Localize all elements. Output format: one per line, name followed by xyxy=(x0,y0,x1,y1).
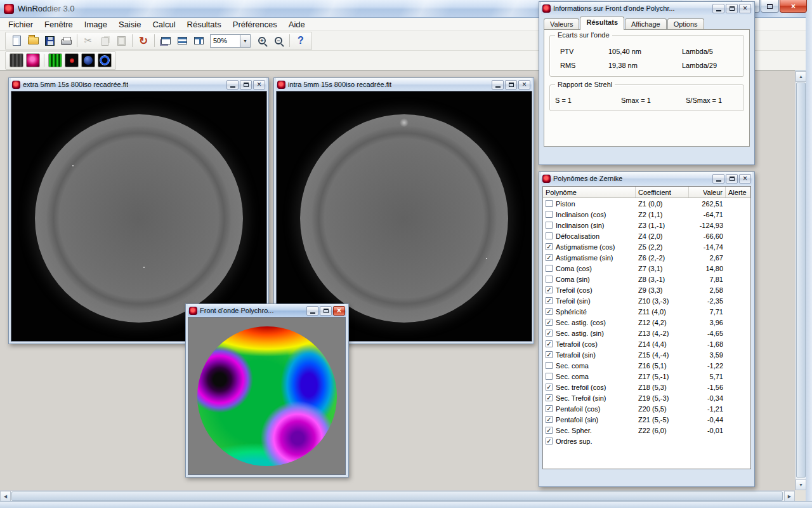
minimize-button[interactable] xyxy=(226,80,239,90)
menu-image[interactable]: Image xyxy=(79,18,113,30)
polynome-checkbox[interactable] xyxy=(546,384,553,391)
menu-aide[interactable]: Aide xyxy=(283,18,311,30)
close-button[interactable]: × xyxy=(739,4,751,13)
ring-view-button[interactable] xyxy=(97,53,112,68)
table-row[interactable]: Trefoil (sin) Z10 (3,-3) -2,35 xyxy=(543,295,750,306)
polynome-checkbox[interactable] xyxy=(546,308,553,315)
copy-button[interactable] xyxy=(97,34,112,48)
polynome-checkbox[interactable] xyxy=(546,340,553,347)
sphere-view-button[interactable] xyxy=(81,53,96,68)
cut-button[interactable]: ✂ xyxy=(81,34,96,48)
open-button[interactable] xyxy=(25,34,41,48)
minimize-button[interactable] xyxy=(492,80,504,90)
column-header-alerte[interactable]: Alerte xyxy=(726,187,750,197)
polynome-checkbox[interactable] xyxy=(546,405,553,412)
tile-vertical-button[interactable] xyxy=(191,34,206,48)
menu-saisie[interactable]: Saisie xyxy=(113,18,147,30)
table-row[interactable]: Sec. astig. (cos) Z12 (4,2) 3,96 xyxy=(543,317,750,328)
polynome-checkbox[interactable] xyxy=(546,351,553,358)
maximize-button[interactable] xyxy=(505,80,517,90)
table-row[interactable]: Pentafoil (cos) Z20 (5,5) -1,21 xyxy=(543,403,750,414)
close-button[interactable]: × xyxy=(780,0,807,13)
polynome-checkbox[interactable] xyxy=(546,232,553,239)
polynome-checkbox[interactable] xyxy=(546,222,553,229)
menu-calcul[interactable]: Calcul xyxy=(147,18,181,30)
extra-window-titlebar[interactable]: extra 5mm 15s 800iso recadrée.fit × xyxy=(11,78,266,91)
scroll-up-icon[interactable]: ▲ xyxy=(796,71,806,82)
maximize-button[interactable] xyxy=(240,80,252,90)
intra-window-titlebar[interactable]: intra 5mm 15s 800iso recadrée.fit × xyxy=(276,78,532,91)
table-row[interactable]: Trefoil (cos) Z9 (3,3) 2,58 xyxy=(543,284,750,295)
interferogram-button[interactable] xyxy=(48,53,63,68)
polynome-checkbox[interactable] xyxy=(546,243,553,250)
vertical-scrollbar[interactable]: ▲ ▼ xyxy=(795,71,806,490)
help-button[interactable]: ? xyxy=(293,34,308,48)
maximize-button[interactable] xyxy=(726,174,738,184)
polynome-checkbox[interactable] xyxy=(546,438,553,444)
tab-options[interactable]: Options xyxy=(667,18,704,30)
tab-valeurs[interactable]: Valeurs xyxy=(544,18,579,30)
cascade-windows-button[interactable] xyxy=(158,34,173,48)
polynome-checkbox[interactable] xyxy=(546,416,553,423)
table-row[interactable]: Piston Z1 (0,0) 262,51 xyxy=(543,198,750,209)
polynome-checkbox[interactable] xyxy=(546,394,553,401)
table-row[interactable]: Coma (cos) Z7 (3,1) 14,80 xyxy=(543,263,750,274)
tab-resultats[interactable]: Résultats xyxy=(580,17,624,30)
maximize-button[interactable] xyxy=(726,4,738,13)
minimize-button[interactable] xyxy=(306,306,318,316)
table-row[interactable]: Sec. trefoil (cos) Z18 (5,3) -1,56 xyxy=(543,382,750,392)
tile-horizontal-button[interactable] xyxy=(174,34,190,48)
refresh-button[interactable]: ↻ xyxy=(136,34,151,48)
close-button[interactable]: × xyxy=(739,174,751,184)
table-row[interactable]: Coma (sin) Z8 (3,-1) 7,81 xyxy=(543,274,750,284)
save-button[interactable] xyxy=(42,34,57,48)
tab-affichage[interactable]: Affichage xyxy=(625,18,667,30)
polynome-checkbox[interactable] xyxy=(546,200,553,207)
informations-window-titlebar[interactable]: Informations sur Front d'onde Polychr...… xyxy=(541,2,752,15)
table-row[interactable]: Pentafoil (sin) Z21 (5,-5) -0,44 xyxy=(543,414,750,425)
minimize-button[interactable] xyxy=(712,174,724,184)
horizontal-scroll-thumb[interactable] xyxy=(11,491,783,501)
polynome-checkbox[interactable] xyxy=(546,265,553,272)
polynome-checkbox[interactable] xyxy=(546,211,553,218)
table-row[interactable]: Tetrafoil (cos) Z14 (4,4) -1,68 xyxy=(543,338,750,349)
psf-button[interactable] xyxy=(64,53,79,68)
polynome-checkbox[interactable] xyxy=(546,330,553,337)
wavefront-window-titlebar[interactable]: Front d'onde Polychro... × xyxy=(188,304,346,317)
table-row[interactable]: Défocalisation Z4 (2,0) -66,60 xyxy=(543,231,750,241)
table-row[interactable]: Sec. coma Z17 (5,-1) 5,71 xyxy=(543,371,750,382)
column-header-coefficient[interactable]: Coefficient xyxy=(636,187,689,197)
close-button[interactable]: × xyxy=(333,306,345,316)
polynome-checkbox[interactable] xyxy=(546,427,553,434)
menu-preferences[interactable]: Préférences xyxy=(227,18,283,30)
display-mode-button[interactable] xyxy=(9,53,24,68)
vertical-scroll-thumb[interactable] xyxy=(796,83,806,478)
zoom-select[interactable]: 50% ▼ xyxy=(210,34,251,48)
polynome-checkbox[interactable] xyxy=(546,276,553,283)
table-row[interactable]: Astigmatisme (cos) Z5 (2,2) -14,74 xyxy=(543,241,750,252)
table-row[interactable]: Inclinaison (sin) Z3 (1,-1) -124,93 xyxy=(543,220,750,231)
polynome-checkbox[interactable] xyxy=(546,362,553,369)
table-row[interactable]: Ordres sup. xyxy=(543,436,750,446)
close-button[interactable]: × xyxy=(518,80,530,90)
print-button[interactable] xyxy=(58,34,74,48)
menu-fichier[interactable]: Fichier xyxy=(3,18,39,30)
maximize-button[interactable] xyxy=(320,306,332,316)
table-row[interactable]: Sec. Spher. Z22 (6,0) -0,01 xyxy=(543,425,750,436)
zoom-out-button[interactable]: − xyxy=(271,34,286,48)
minimize-button[interactable] xyxy=(712,4,724,13)
table-row[interactable]: Sec. astig. (sin) Z13 (4,-2) -4,65 xyxy=(543,328,750,338)
column-header-polynome[interactable]: Polynôme xyxy=(543,187,636,197)
table-row[interactable]: Astigmatisme (sin) Z6 (2,-2) 2,67 xyxy=(543,252,750,263)
paste-button[interactable] xyxy=(114,34,129,48)
table-row[interactable]: Sphéricité Z11 (4,0) 7,71 xyxy=(543,306,750,317)
menu-fenetre[interactable]: Fenêtre xyxy=(39,18,79,30)
zoom-in-button[interactable]: + xyxy=(254,34,270,48)
zernike-window-titlebar[interactable]: Polynômes de Zernike × xyxy=(541,172,752,185)
polynome-checkbox[interactable] xyxy=(546,286,553,293)
table-row[interactable]: Tetrafoil (sin) Z15 (4,-4) 3,59 xyxy=(543,349,750,360)
combo-dropdown-icon[interactable]: ▼ xyxy=(240,35,250,47)
horizontal-scrollbar[interactable]: ◀ ▶ xyxy=(0,490,795,501)
scroll-down-icon[interactable]: ▼ xyxy=(796,479,806,490)
table-row[interactable]: Inclinaison (cos) Z2 (1,1) -64,71 xyxy=(543,209,750,220)
